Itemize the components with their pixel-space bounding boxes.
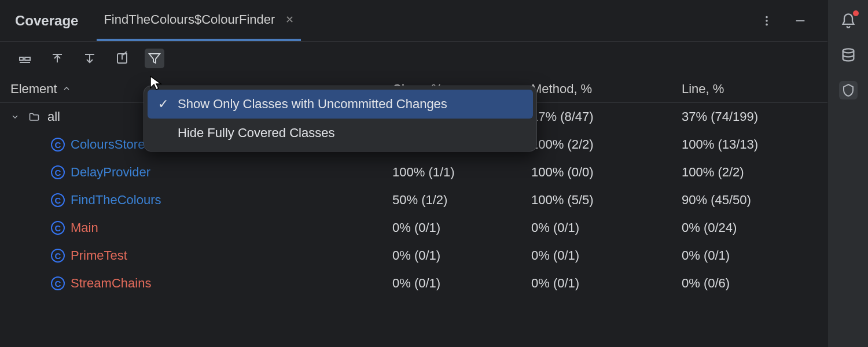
notifications-icon[interactable] xyxy=(839,12,858,30)
navigate-down-icon[interactable] xyxy=(80,49,100,68)
coverage-toolbar xyxy=(0,42,827,75)
class-icon: C xyxy=(51,276,65,290)
element-name: ColoursStore xyxy=(71,137,145,152)
method-pct: 100% (5/5) xyxy=(531,193,682,208)
svg-point-1 xyxy=(766,20,768,22)
col-element-label: Element xyxy=(10,82,57,97)
filter-icon[interactable] xyxy=(145,49,164,68)
class-icon: C xyxy=(51,138,65,152)
panel-title: Coverage xyxy=(15,13,78,29)
svg-marker-12 xyxy=(149,54,160,63)
element-name: StreamChains xyxy=(71,276,151,291)
sort-asc-icon xyxy=(62,82,71,97)
filter-option-hide-full[interactable]: Hide Fully Covered Classes xyxy=(148,119,533,147)
minimize-icon[interactable] xyxy=(786,9,815,33)
class-pct: 100% (1/1) xyxy=(392,165,531,180)
table-row[interactable]: C Main 0% (0/1) 0% (0/1) 0% (0/24) xyxy=(0,214,827,242)
line-pct: 100% (2/2) xyxy=(682,165,827,180)
export-icon[interactable] xyxy=(112,49,132,68)
table-row[interactable]: C PrimeTest 0% (0/1) 0% (0/1) 0% (0/1) xyxy=(0,242,827,270)
table-row[interactable]: C StreamChains 0% (0/1) 0% (0/1) 0% (0/6… xyxy=(0,270,827,297)
notification-badge xyxy=(853,10,859,16)
filter-option-uncommitted[interactable]: ✓ Show Only Classes with Uncommitted Cha… xyxy=(148,90,533,119)
element-name: Main xyxy=(71,220,98,235)
close-icon[interactable]: ✕ xyxy=(285,13,294,26)
chevron-down-icon[interactable] xyxy=(10,112,21,121)
filter-option-label: Hide Fully Covered Classes xyxy=(178,125,334,141)
svg-point-0 xyxy=(766,16,768,18)
class-icon: C xyxy=(51,249,65,263)
flatten-packages-icon[interactable] xyxy=(15,49,35,68)
element-name: all xyxy=(47,109,60,124)
line-pct: 37% (74/199) xyxy=(682,109,827,124)
kebab-menu-icon[interactable] xyxy=(752,9,781,33)
col-method[interactable]: Method, % xyxy=(531,82,682,97)
class-icon: C xyxy=(51,193,65,207)
table-row[interactable]: C FindTheColours 50% (1/2) 100% (5/5) 90… xyxy=(0,186,827,214)
folder-icon xyxy=(28,111,41,123)
element-name: DelayProvider xyxy=(71,165,150,180)
col-method-label: Method, % xyxy=(531,82,592,97)
navigate-up-icon[interactable] xyxy=(47,49,67,68)
class-icon: C xyxy=(51,165,65,179)
line-pct: 0% (0/1) xyxy=(682,248,827,263)
filter-popup: ✓ Show Only Classes with Uncommitted Cha… xyxy=(144,86,537,152)
method-pct: 17% (8/47) xyxy=(531,109,682,124)
line-pct: 90% (45/50) xyxy=(682,193,827,208)
check-icon: ✓ xyxy=(157,97,170,112)
svg-rect-5 xyxy=(25,57,30,60)
element-name: PrimeTest xyxy=(71,248,127,263)
class-pct: 50% (1/2) xyxy=(392,193,531,208)
class-pct: 0% (0/1) xyxy=(392,276,531,291)
method-pct: 100% (0/0) xyxy=(531,165,682,180)
line-pct: 0% (0/6) xyxy=(682,276,827,291)
element-name: FindTheColours xyxy=(71,193,161,208)
class-icon: C xyxy=(51,221,65,235)
method-pct: 0% (0/1) xyxy=(531,276,682,291)
panel-tabbar: Coverage FindTheColours$ColourFinder ✕ xyxy=(0,0,827,42)
method-pct: 100% (2/2) xyxy=(531,137,682,152)
col-line-label: Line, % xyxy=(682,82,724,97)
method-pct: 0% (0/1) xyxy=(531,220,682,235)
shield-icon[interactable] xyxy=(839,81,858,99)
svg-point-13 xyxy=(843,49,854,53)
svg-rect-4 xyxy=(20,57,23,60)
class-pct: 0% (0/1) xyxy=(392,248,531,263)
coverage-tab[interactable]: FindTheColours$ColourFinder ✕ xyxy=(97,0,301,41)
svg-point-2 xyxy=(766,23,768,25)
method-pct: 0% (0/1) xyxy=(531,248,682,263)
tab-label: FindTheColours$ColourFinder xyxy=(104,12,275,27)
filter-option-label: Show Only Classes with Uncommitted Chang… xyxy=(178,97,447,112)
database-icon[interactable] xyxy=(839,46,858,65)
line-pct: 0% (0/24) xyxy=(682,220,827,235)
line-pct: 100% (13/13) xyxy=(682,137,827,152)
class-pct: 0% (0/1) xyxy=(392,220,531,235)
col-line[interactable]: Line, % xyxy=(682,82,827,97)
table-row[interactable]: C DelayProvider 100% (1/1) 100% (0/0) 10… xyxy=(0,158,827,186)
right-tool-rail xyxy=(827,0,868,347)
